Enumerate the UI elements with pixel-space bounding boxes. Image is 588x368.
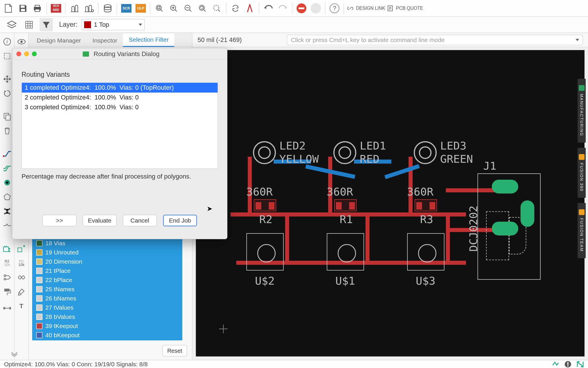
canvas-area: 50 mil (-21 469) Click or press Cmd+L ke… bbox=[192, 33, 588, 360]
layer-item[interactable]: 21 tPlace bbox=[32, 266, 182, 275]
zoom-in-icon[interactable] bbox=[167, 2, 180, 15]
reset-button[interactable]: Reset bbox=[163, 345, 187, 356]
command-input[interactable]: Click or press Cmd+L key to activate com… bbox=[287, 35, 583, 45]
variant-row[interactable]: 1 completed Optimize4: 100.0% Vias: 0 (T… bbox=[22, 83, 218, 93]
layer-item[interactable]: 18 Vias bbox=[32, 239, 182, 248]
sync-icon[interactable] bbox=[229, 2, 242, 15]
j1-pad-3 bbox=[521, 200, 534, 227]
close-icon[interactable] bbox=[16, 51, 21, 56]
led1-name: LED1 bbox=[360, 139, 386, 152]
svg-point-31 bbox=[20, 41, 23, 43]
pinswap-tool-icon[interactable] bbox=[1, 270, 13, 285]
zoom-select-icon[interactable] bbox=[210, 2, 223, 15]
go-icon[interactable] bbox=[310, 2, 322, 15]
errors-icon[interactable] bbox=[243, 2, 256, 15]
pcb-canvas[interactable]: LED2 YELLOW LED1 RED LED3 GREEN 360R 360… bbox=[196, 50, 585, 356]
layer-item[interactable]: 40 bKeepout bbox=[32, 331, 182, 340]
select-tool-icon[interactable] bbox=[1, 49, 13, 63]
dimension-tool-icon[interactable] bbox=[1, 299, 13, 313]
help-icon[interactable]: ? bbox=[328, 2, 341, 15]
dialog-title: Routing Variants Dialog bbox=[94, 50, 160, 58]
value-tool-icon[interactable]: R210k bbox=[15, 256, 28, 270]
replace-icon[interactable] bbox=[15, 241, 28, 256]
cancel-button[interactable]: Cancel bbox=[123, 215, 157, 226]
library-icon[interactable] bbox=[101, 2, 114, 15]
dock-fusion360[interactable]: FUSION 360 bbox=[578, 148, 586, 198]
svg-rect-44 bbox=[567, 362, 568, 365]
scr-icon[interactable]: SCR bbox=[120, 2, 133, 15]
route-tool-icon[interactable] bbox=[1, 147, 13, 161]
svg-point-18 bbox=[3, 155, 4, 157]
end-job-button[interactable]: End Job bbox=[163, 215, 197, 226]
dock-fusion-team[interactable]: FUSION TEAM bbox=[578, 203, 586, 258]
move-tool-icon[interactable] bbox=[1, 72, 13, 86]
stop-icon[interactable] bbox=[295, 2, 308, 15]
info-tool-icon[interactable]: i bbox=[1, 34, 13, 49]
add-part-icon[interactable] bbox=[1, 241, 13, 256]
ulp-icon[interactable]: ULP bbox=[134, 2, 147, 15]
layer-select[interactable]: 1 Top bbox=[82, 19, 145, 30]
panel-tabs: Design Manager Inspector Selection Filte… bbox=[29, 33, 192, 47]
chevron-down-icon bbox=[576, 39, 579, 41]
maximize-icon[interactable] bbox=[32, 51, 37, 56]
filter-icon[interactable] bbox=[40, 18, 53, 31]
undo-icon[interactable] bbox=[262, 2, 275, 15]
expand-status-icon[interactable] bbox=[577, 361, 584, 368]
layer-item[interactable]: 19 Unrouted bbox=[32, 248, 182, 257]
zoom-redraw-icon[interactable] bbox=[196, 2, 209, 15]
warning-status-icon bbox=[564, 361, 571, 368]
grid-icon[interactable] bbox=[22, 18, 36, 31]
layer-item-label: 20 Dimension bbox=[45, 258, 82, 265]
variant-row[interactable]: 3 completed Optimize4: 100.0% Vias: 0 bbox=[22, 102, 218, 112]
layer-item-label: 26 bNames bbox=[45, 295, 76, 302]
layer-item[interactable]: 22 bPlace bbox=[32, 275, 182, 285]
route-multi-icon[interactable] bbox=[1, 161, 13, 175]
variant-row[interactable]: 2 completed Optimize4: 100.0% Vias: 0 bbox=[22, 93, 218, 102]
net-tool-icon[interactable] bbox=[1, 204, 13, 218]
new-file-icon[interactable] bbox=[2, 2, 15, 15]
name-tool-icon[interactable]: R210k bbox=[1, 256, 13, 270]
ripup-tool-icon[interactable] bbox=[1, 218, 13, 233]
via-tool-icon[interactable] bbox=[1, 175, 13, 190]
copy-tool-icon[interactable] bbox=[1, 109, 13, 124]
zoom-out-icon[interactable] bbox=[182, 2, 194, 15]
evaluate-button[interactable]: Evaluate bbox=[83, 215, 117, 226]
layers-icon[interactable] bbox=[5, 18, 18, 31]
layer-item[interactable]: 27 tValues bbox=[32, 303, 182, 312]
dock-manufacturing[interactable]: MANUFACTURING bbox=[578, 79, 586, 143]
sch-brd-icon[interactable]: SCHBRD bbox=[50, 2, 62, 15]
redo-icon[interactable] bbox=[276, 2, 289, 15]
gateswap-icon[interactable] bbox=[15, 270, 28, 285]
save-icon[interactable] bbox=[17, 2, 29, 15]
layer-item[interactable]: 25 tNames bbox=[32, 285, 182, 294]
dialog-titlebar[interactable]: Routing Variants Dialog bbox=[12, 48, 227, 60]
polygon-tool-icon[interactable] bbox=[1, 190, 13, 204]
zoom-fit-icon[interactable] bbox=[153, 2, 166, 15]
svg-rect-17 bbox=[6, 115, 10, 120]
delete-tool-icon[interactable] bbox=[1, 124, 13, 138]
text-tool-icon[interactable]: T bbox=[15, 299, 28, 313]
tab-inspector[interactable]: Inspector bbox=[87, 34, 123, 47]
cam-icon[interactable] bbox=[68, 2, 81, 15]
minimize-icon[interactable] bbox=[24, 51, 29, 56]
layer-item[interactable]: 20 Dimension bbox=[32, 257, 182, 266]
tab-design-manager[interactable]: Design Manager bbox=[31, 34, 87, 47]
svg-rect-4 bbox=[35, 9, 40, 12]
show-tool-icon[interactable] bbox=[15, 34, 28, 49]
next-button[interactable]: >> bbox=[42, 215, 76, 226]
svg-point-12 bbox=[199, 5, 204, 10]
tab-selection-filter[interactable]: Selection Filter bbox=[123, 33, 174, 47]
design-link-button[interactable]: DESIGN LINK bbox=[347, 5, 385, 12]
cam-processor-icon[interactable] bbox=[83, 2, 95, 15]
variants-listbox[interactable]: 1 completed Optimize4: 100.0% Vias: 0 (T… bbox=[22, 83, 218, 169]
layer-item[interactable]: 39 tKeepout bbox=[32, 321, 182, 331]
print-icon[interactable] bbox=[31, 2, 44, 15]
paintroller-icon[interactable] bbox=[1, 285, 13, 299]
pcb-quote-button[interactable]: PCB QUOTE bbox=[387, 5, 423, 12]
layer-item[interactable]: 26 bNames bbox=[32, 294, 182, 303]
attribute-icon[interactable] bbox=[15, 285, 28, 299]
rotate-tool-icon[interactable] bbox=[1, 86, 13, 101]
layer-item[interactable]: 28 bValues bbox=[32, 312, 182, 321]
layer-color-chip bbox=[36, 240, 42, 246]
expand-tools-icon[interactable] bbox=[0, 349, 29, 359]
